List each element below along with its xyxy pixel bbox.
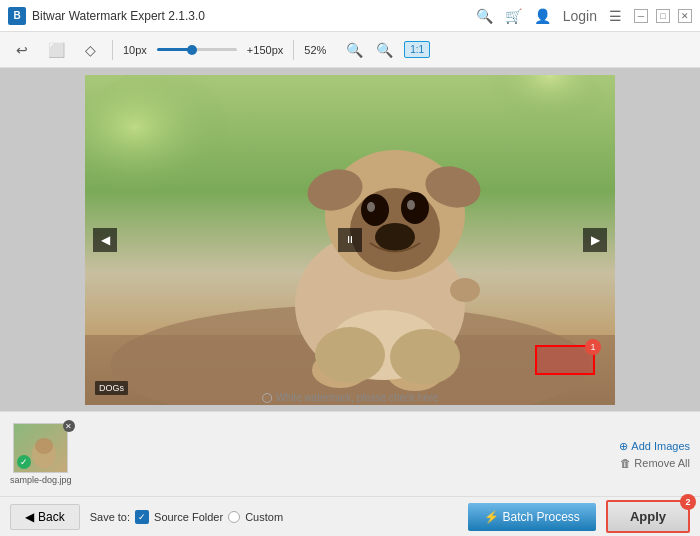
badge-1: 1 — [585, 339, 601, 355]
prev-image-button[interactable]: ◀ — [93, 228, 117, 252]
notice-circle-icon — [262, 393, 272, 403]
source-folder-label: Source Folder — [154, 511, 223, 523]
watermark-highlight: 1 — [535, 345, 595, 375]
add-images-button[interactable]: ⊕ Add Images — [619, 440, 690, 453]
title-bar: B Bitwar Watermark Expert 2.1.3.0 🔍 🛒 👤 … — [0, 0, 700, 32]
menu-icon[interactable]: ☰ — [609, 8, 622, 24]
thumbnail-close-button[interactable]: ✕ — [63, 420, 75, 432]
zoom-1to1-button[interactable]: 1:1 — [404, 41, 430, 58]
footer: ◀ Back Save to: ✓ Source Folder Custom ⚡… — [0, 496, 700, 536]
canvas-area: ◀ ▶ ⏸ DOGs 1 White watermark, please che… — [0, 68, 700, 411]
trash-icon: 🗑 — [620, 457, 631, 469]
back-arrow-icon: ◀ — [25, 510, 34, 524]
svg-point-18 — [450, 278, 480, 302]
thumbnail-item[interactable]: ✓ ✕ sample-dog.jpg — [10, 423, 72, 485]
maximize-button[interactable]: □ — [656, 9, 670, 23]
size-slider[interactable] — [157, 48, 237, 51]
window-controls: ─ □ ✕ — [634, 9, 692, 23]
toolbar-separator-1 — [112, 40, 113, 60]
user-icon[interactable]: 👤 — [534, 8, 551, 24]
watermark-label: DOGs — [95, 381, 128, 395]
shape-button[interactable]: ◇ — [78, 38, 102, 62]
svg-point-8 — [361, 194, 389, 226]
app-title: Bitwar Watermark Expert 2.1.3.0 — [32, 9, 476, 23]
notice-text: White watermark, please check here — [276, 392, 438, 403]
image-container: ◀ ▶ ⏸ DOGs 1 — [85, 75, 615, 405]
apply-button[interactable]: Apply 2 — [606, 500, 690, 533]
close-button[interactable]: ✕ — [678, 9, 692, 23]
svg-point-19 — [315, 327, 385, 383]
play-pause-button[interactable]: ⏸ — [338, 228, 362, 252]
app-logo: B — [8, 7, 26, 25]
back-button[interactable]: ◀ Back — [10, 504, 80, 530]
svg-point-10 — [367, 202, 375, 212]
thumbnail-filename: sample-dog.jpg — [10, 475, 72, 485]
toolbar: ↩ ⬜ ◇ 10px +150px 52% 🔍 🔍 1:1 — [0, 32, 700, 68]
custom-radio[interactable] — [228, 511, 240, 523]
white-watermark-notice: White watermark, please check here — [262, 392, 438, 403]
batch-icon: ⚡ — [484, 510, 499, 524]
svg-point-12 — [375, 223, 415, 251]
zoom-percent: 52% — [304, 44, 334, 56]
toolbar-separator-2 — [293, 40, 294, 60]
source-folder-check: ✓ — [135, 510, 149, 524]
add-icon: ⊕ — [619, 440, 628, 453]
cart-icon[interactable]: 🛒 — [505, 8, 522, 24]
back-arrow-button[interactable]: ↩ — [10, 38, 34, 62]
badge-2: 2 — [680, 494, 696, 510]
zoom-in-button[interactable]: 🔍 — [344, 40, 364, 60]
svg-point-20 — [390, 329, 460, 385]
thumbnails-actions: ⊕ Add Images 🗑 Remove All — [619, 440, 690, 469]
login-label[interactable]: Login — [563, 8, 597, 24]
save-to-section: Save to: ✓ Source Folder Custom — [90, 510, 283, 524]
custom-label: Custom — [245, 511, 283, 523]
remove-all-button[interactable]: 🗑 Remove All — [620, 457, 690, 469]
thumbnail-image: ✓ — [13, 423, 68, 473]
crop-button[interactable]: ⬜ — [44, 38, 68, 62]
search-icon[interactable]: 🔍 — [476, 8, 493, 24]
title-bar-icons: 🔍 🛒 👤 Login ☰ — [476, 8, 622, 24]
main-area: ◀ ▶ ⏸ DOGs 1 White watermark, please che… — [0, 68, 700, 411]
next-image-button[interactable]: ▶ — [583, 228, 607, 252]
svg-point-9 — [401, 192, 429, 224]
zoom-out-button[interactable]: 🔍 — [374, 40, 394, 60]
size-min-label: 10px — [123, 44, 147, 56]
minimize-button[interactable]: ─ — [634, 9, 648, 23]
svg-point-11 — [407, 200, 415, 210]
size-max-label: +150px — [247, 44, 283, 56]
batch-process-button[interactable]: ⚡ Batch Process — [468, 503, 596, 531]
svg-point-23 — [35, 438, 53, 454]
thumbnails-panel: ✓ ✕ sample-dog.jpg ⊕ Add Images 🗑 Remove… — [0, 411, 700, 496]
